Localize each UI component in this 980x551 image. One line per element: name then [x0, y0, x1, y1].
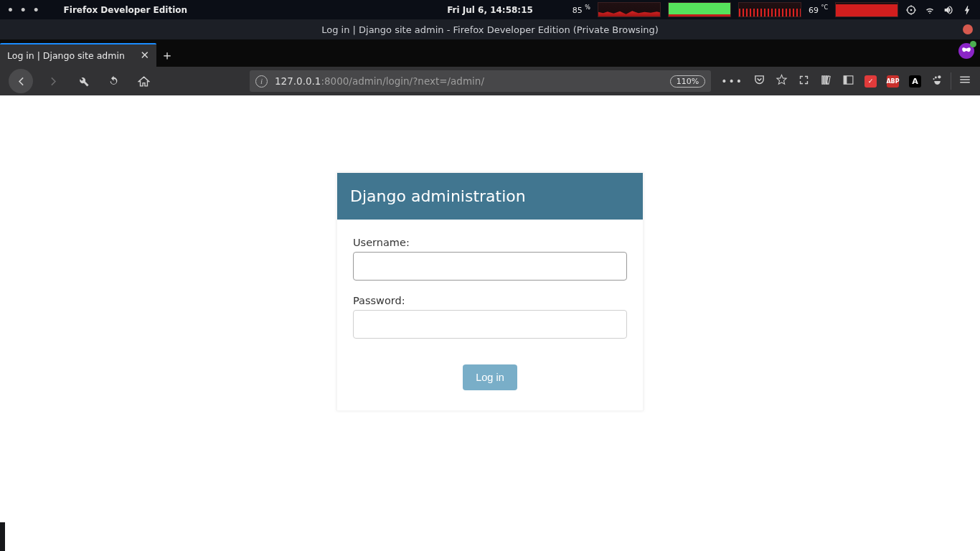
password-input[interactable]	[353, 310, 627, 339]
extension-gnome-icon[interactable]	[931, 74, 943, 89]
sidebar-icon[interactable]	[842, 74, 854, 89]
forward-button[interactable]	[43, 71, 63, 91]
zoom-level-indicator[interactable]: 110%	[670, 75, 705, 88]
system-top-bar: • • • Firefox Developer Edition Fri Jul …	[0, 0, 980, 19]
pocket-icon[interactable]	[753, 74, 765, 89]
svg-point-6	[933, 78, 934, 80]
system-clock[interactable]: Fri Jul 6, 14:58:15	[447, 5, 533, 15]
extension-ublock-icon[interactable]: ✓	[864, 75, 877, 88]
login-button[interactable]: Log in	[463, 364, 517, 390]
left-edge-artifact	[0, 522, 5, 551]
extension-darkmode-icon[interactable]: A	[909, 75, 921, 88]
battery-percent: 85 %	[573, 4, 590, 15]
svg-point-1	[910, 9, 913, 11]
home-button[interactable]	[133, 71, 154, 91]
django-login-card: Django administration Username: Password…	[336, 172, 644, 411]
thermal-graph	[835, 2, 898, 17]
private-browsing-badge[interactable]	[958, 43, 974, 59]
temperature-readout: 69 °C	[809, 4, 828, 15]
app-menu-button[interactable]	[958, 73, 971, 89]
page-content: Django administration Username: Password…	[0, 95, 980, 551]
location-icon[interactable]	[905, 4, 917, 16]
extension-abp-icon[interactable]: ABP	[887, 75, 899, 88]
window-close-button[interactable]	[963, 24, 973, 34]
firefox-window-titlebar: Log in | Django site admin - Firefox Dev…	[0, 19, 980, 39]
activities-menu[interactable]: • • •	[0, 4, 48, 16]
navigation-toolbar: i 127.0.0.1:8000/admin/login/?next=/admi…	[0, 67, 980, 95]
wifi-icon[interactable]	[924, 4, 936, 16]
url-text: 127.0.0.1:8000/admin/login/?next=/admin/	[275, 75, 484, 87]
new-tab-button[interactable]: ＋	[156, 43, 178, 67]
cpu-graph	[598, 2, 661, 17]
svg-rect-3	[844, 75, 847, 83]
svg-point-4	[938, 75, 941, 78]
password-label: Password:	[353, 295, 627, 306]
devtools-button[interactable]	[73, 71, 93, 91]
site-info-icon[interactable]: i	[255, 75, 268, 88]
library-icon[interactable]	[820, 74, 832, 89]
reload-button[interactable]	[103, 71, 123, 91]
username-input[interactable]	[353, 252, 627, 281]
url-bar[interactable]: i 127.0.0.1:8000/admin/login/?next=/admi…	[250, 70, 711, 92]
bookmark-star-icon[interactable]	[776, 74, 788, 89]
memory-graph	[668, 2, 731, 17]
page-actions-button[interactable]: •••	[721, 75, 743, 87]
django-admin-header: Django administration	[337, 173, 643, 220]
active-window-title[interactable]: Firefox Developer Edition	[48, 5, 188, 15]
volume-icon[interactable]	[943, 4, 954, 16]
tab-close-button[interactable]: ✕	[140, 50, 149, 61]
update-available-dot	[970, 41, 976, 47]
network-graph	[738, 2, 801, 17]
tab-strip: Log in | Django site admin ✕ ＋	[0, 39, 980, 67]
tab-active[interactable]: Log in | Django site admin ✕	[0, 43, 156, 67]
back-button[interactable]	[9, 69, 33, 93]
svg-point-5	[935, 76, 937, 78]
tab-label: Log in | Django site admin	[7, 50, 125, 61]
firefox-window-title: Log in | Django site admin - Firefox Dev…	[321, 24, 659, 35]
username-label: Username:	[353, 237, 627, 248]
fullscreen-icon[interactable]	[798, 74, 810, 89]
power-icon[interactable]	[961, 4, 973, 16]
toolbar-separator	[951, 72, 951, 90]
